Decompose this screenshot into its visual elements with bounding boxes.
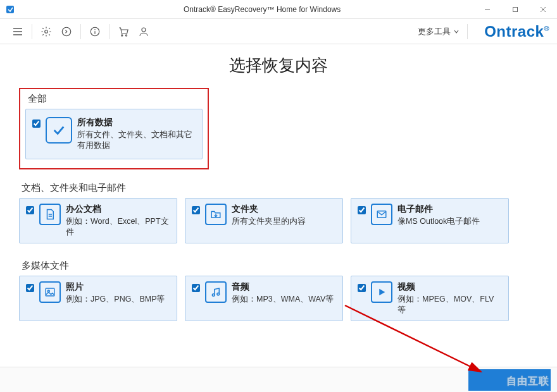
checkbox-all-data[interactable] <box>32 119 41 128</box>
more-tools-label: 更多工具 <box>418 26 451 37</box>
card-desc: 所有文件夹里的内容 <box>232 216 306 227</box>
cart-button[interactable] <box>115 23 132 40</box>
mail-icon <box>371 204 392 225</box>
card-desc: 例如：JPG、PNG、BMP等 <box>66 294 165 305</box>
checkbox-video[interactable] <box>358 284 366 292</box>
highlight-all-section: 全部 所有数据 所有文件、文件夹、文档和其它有用数据 <box>19 88 209 169</box>
card-desc: 像MS Outlook电子邮件 <box>397 216 480 227</box>
svg-marker-24 <box>379 289 385 296</box>
card-desc: 所有文件、文件夹、文档和其它有用数据 <box>77 130 194 151</box>
card-text: 音频 例如：MP3、WMA、WAV等 <box>232 281 334 305</box>
checkbox-email[interactable] <box>358 206 366 214</box>
more-tools-button[interactable]: 更多工具 <box>414 23 463 40</box>
history-button[interactable] <box>58 23 75 40</box>
card-text: 办公文档 例如：Word、Excel、PPT文件 <box>66 204 170 238</box>
svg-point-14 <box>125 34 127 35</box>
card-folders[interactable]: 文件夹 所有文件夹里的内容 <box>185 198 343 243</box>
svg-rect-2 <box>513 7 518 11</box>
svg-point-23 <box>217 293 220 295</box>
svg-point-22 <box>212 294 215 297</box>
checkbox-audio[interactable] <box>192 284 200 292</box>
image-icon <box>39 281 61 303</box>
card-all-data[interactable]: 所有数据 所有文件、文件夹、文档和其它有用数据 <box>25 109 203 159</box>
section-title-docs: 文档、文件夹和电子邮件 <box>22 182 538 194</box>
minimize-button[interactable] <box>473 0 501 19</box>
card-office-docs[interactable]: 办公文档 例如：Word、Excel、PPT文件 <box>19 198 177 243</box>
card-text: 所有数据 所有文件、文件夹、文档和其它有用数据 <box>77 117 194 151</box>
card-title: 文件夹 <box>232 204 306 215</box>
page-title: 选择恢复内容 <box>19 54 538 77</box>
checkbox-folders[interactable] <box>192 206 200 214</box>
card-video[interactable]: 视频 例如：MPEG、MOV、FLV等 <box>351 276 509 321</box>
next-button[interactable] <box>468 369 551 391</box>
separator <box>109 24 110 39</box>
play-icon <box>371 281 392 303</box>
card-title: 视频 <box>397 281 502 293</box>
music-icon <box>205 281 227 303</box>
folder-icon <box>205 204 227 225</box>
svg-rect-0 <box>6 6 14 13</box>
menu-button[interactable] <box>9 23 27 40</box>
row-media: 照片 例如：JPG、PNG、BMP等 音频 例如：MP3、WMA、WAV等 视频… <box>19 276 538 321</box>
row-docs: 办公文档 例如：Word、Excel、PPT文件 文件夹 所有文件夹里的内容 电… <box>19 198 538 243</box>
svg-point-12 <box>94 28 96 30</box>
card-text: 视频 例如：MPEG、MOV、FLV等 <box>397 281 502 315</box>
page-content: 选择恢复内容 全部 所有数据 所有文件、文件夹、文档和其它有用数据 文档、文件夹… <box>0 44 557 367</box>
info-button[interactable] <box>86 23 104 40</box>
close-button[interactable] <box>529 0 557 19</box>
card-title: 音频 <box>232 281 334 293</box>
card-photos[interactable]: 照片 例如：JPG、PNG、BMP等 <box>19 276 177 321</box>
card-title: 电子邮件 <box>397 204 480 215</box>
card-email[interactable]: 电子邮件 像MS Outlook电子邮件 <box>351 198 509 243</box>
card-title: 所有数据 <box>77 117 194 128</box>
maximize-button[interactable] <box>501 0 529 19</box>
card-text: 电子邮件 像MS Outlook电子邮件 <box>397 204 480 227</box>
toolbar: 更多工具 Ontrack® <box>0 19 557 44</box>
brand-logo: Ontrack® <box>484 23 549 40</box>
card-title: 办公文档 <box>66 204 170 215</box>
chevron-down-icon <box>453 28 460 35</box>
card-audio[interactable]: 音频 例如：MP3、WMA、WAV等 <box>185 276 343 321</box>
settings-button[interactable] <box>37 23 55 40</box>
separator <box>80 24 81 39</box>
app-icon <box>5 4 15 15</box>
title-bar: Ontrack® EasyRecovery™ Home for Windows <box>0 0 557 19</box>
card-desc: 例如：MPEG、MOV、FLV等 <box>397 294 502 315</box>
check-icon <box>46 117 72 144</box>
user-button[interactable] <box>135 23 153 40</box>
card-desc: 例如：MP3、WMA、WAV等 <box>232 294 334 305</box>
svg-point-8 <box>45 30 48 33</box>
card-text: 文件夹 所有文件夹里的内容 <box>232 204 306 227</box>
card-title: 照片 <box>66 281 165 293</box>
svg-point-13 <box>122 34 123 35</box>
section-title-all: 全部 <box>28 93 203 105</box>
section-title-media: 多媒体文件 <box>22 260 538 272</box>
document-icon <box>39 204 61 225</box>
svg-point-15 <box>142 28 146 32</box>
card-desc: 例如：Word、Excel、PPT文件 <box>66 216 170 238</box>
checkbox-photos[interactable] <box>26 284 34 292</box>
window-controls <box>473 0 557 19</box>
svg-rect-20 <box>46 288 54 296</box>
separator <box>32 24 32 39</box>
checkbox-office-docs[interactable] <box>26 206 34 214</box>
window-title: Ontrack® EasyRecovery™ Home for Windows <box>184 5 341 14</box>
card-text: 照片 例如：JPG、PNG、BMP等 <box>66 281 165 305</box>
bottom-bar <box>0 367 557 392</box>
separator <box>467 24 468 39</box>
